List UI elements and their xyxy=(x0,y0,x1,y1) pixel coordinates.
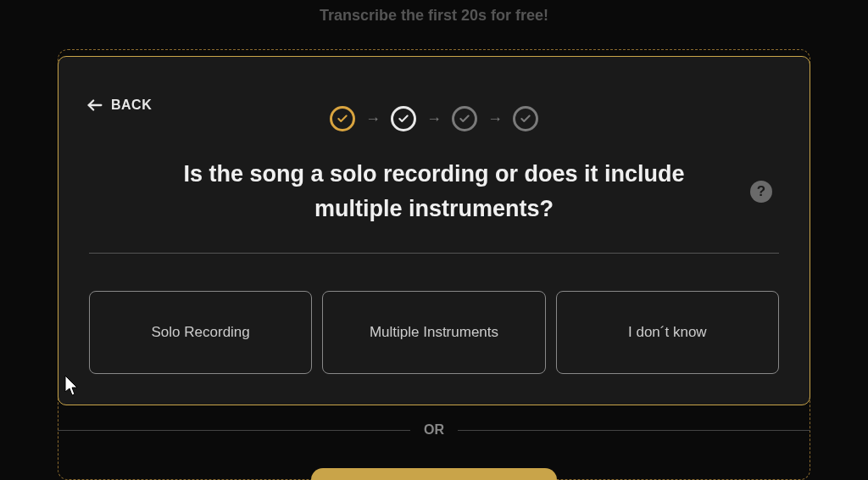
question-container: Is the song a solo recording or does it … xyxy=(114,157,754,226)
divider-line xyxy=(58,430,410,431)
arrow-left-icon xyxy=(86,96,104,114)
check-icon xyxy=(520,113,531,125)
step-4-pending xyxy=(513,106,538,131)
back-label: BACK xyxy=(111,98,152,113)
check-icon xyxy=(398,113,409,125)
check-icon xyxy=(337,113,348,125)
step-3-pending xyxy=(452,106,477,131)
options-row: Solo Recording Multiple Instruments I do… xyxy=(89,291,779,374)
option-multiple-instruments[interactable]: Multiple Instruments xyxy=(322,291,545,374)
option-label: Multiple Instruments xyxy=(370,321,498,343)
or-divider: OR xyxy=(58,422,810,438)
divider-line xyxy=(458,430,810,431)
option-dont-know[interactable]: I don´t know xyxy=(556,291,779,374)
question-modal: BACK → → → Is the song a solo recordin xyxy=(58,56,810,405)
question-text: Is the song a solo recording or does it … xyxy=(157,157,711,226)
option-solo-recording[interactable]: Solo Recording xyxy=(89,291,312,374)
arrow-right-icon: → xyxy=(426,110,442,128)
divider xyxy=(89,253,779,254)
promo-text: Transcribe the first 20s for free! xyxy=(0,0,868,25)
back-button[interactable]: BACK xyxy=(86,96,152,114)
check-icon xyxy=(459,113,470,125)
step-1-completed xyxy=(330,106,355,131)
help-icon[interactable]: ? xyxy=(750,181,772,203)
step-2-current xyxy=(391,106,416,131)
cursor-icon xyxy=(64,375,80,397)
option-label: I don´t know xyxy=(628,321,707,343)
or-text: OR xyxy=(424,422,444,438)
arrow-right-icon: → xyxy=(487,110,503,128)
option-label: Solo Recording xyxy=(152,321,250,343)
arrow-right-icon: → xyxy=(365,110,381,128)
progress-steps: → → → xyxy=(89,106,779,131)
bottom-cta-peek xyxy=(311,468,557,480)
